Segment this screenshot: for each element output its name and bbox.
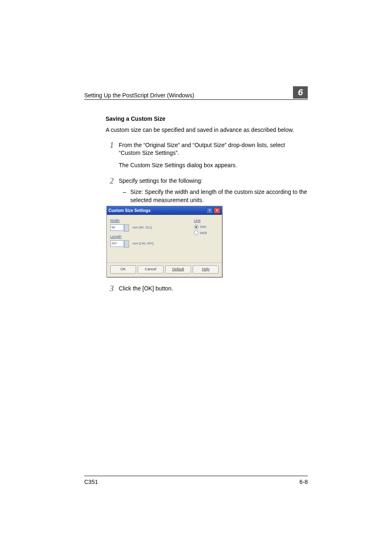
dialog-title: Custom Size Settings xyxy=(108,208,150,214)
help-button[interactable]: Help xyxy=(193,265,219,274)
step-number: 3 xyxy=(93,283,114,294)
width-range: mm [90..311] xyxy=(133,225,152,230)
custom-size-settings-dialog: Custom Size Settings ? × Width 90 mm [90… xyxy=(106,206,222,277)
running-header: Setting Up the PostScript Driver (Window… xyxy=(84,86,308,100)
step-2: 2 Specify settings for the following: Si… xyxy=(106,177,308,277)
step-subtext: The Custom Size Settings dialog box appe… xyxy=(119,161,308,170)
step-bullets: Size: Specify the width and length of th… xyxy=(119,188,308,204)
unit-label: Unit xyxy=(194,218,219,223)
section-heading: Saving a Custom Size xyxy=(106,115,308,122)
length-range: mm [140..457] xyxy=(133,241,154,246)
width-input[interactable]: 90 xyxy=(110,224,124,231)
page-footer: C351 6-8 xyxy=(84,476,308,485)
unit-mm-radio[interactable]: mm xyxy=(194,224,219,230)
step-3: 3 Click the [OK] button. xyxy=(106,285,308,293)
page-content: Saving a Custom Size A custom size can b… xyxy=(84,100,308,292)
unit-mm-label: mm xyxy=(200,224,206,230)
dialog-footer: OK Cancel Default Help xyxy=(107,263,222,277)
length-spinner[interactable] xyxy=(124,240,129,248)
step-text: Specify settings for the following: xyxy=(119,177,203,184)
width-label: Width xyxy=(110,218,194,223)
step-1: 1 From the “Original Size” and “Output S… xyxy=(106,141,308,170)
chapter-number-badge: 6 xyxy=(293,86,308,99)
dialog-titlebar: Custom Size Settings ? × xyxy=(107,206,222,215)
ok-button[interactable]: OK xyxy=(110,265,136,274)
length-input[interactable]: 297 xyxy=(110,240,124,247)
step-number: 1 xyxy=(93,139,114,151)
step-number: 2 xyxy=(93,175,114,187)
help-icon[interactable]: ? xyxy=(206,207,213,214)
unit-inch-radio[interactable]: inch xyxy=(194,230,219,236)
width-spinner[interactable] xyxy=(124,224,129,232)
default-button[interactable]: Default xyxy=(165,265,191,274)
running-title: Setting Up the PostScript Driver (Window… xyxy=(84,92,194,99)
dialog-body: Width 90 mm [90..311] Length 297 mm [140… xyxy=(107,215,222,251)
step-text: Click the [OK] button. xyxy=(119,285,173,292)
cancel-button[interactable]: Cancel xyxy=(138,265,164,274)
close-icon[interactable]: × xyxy=(214,207,220,214)
footer-model: C351 xyxy=(84,479,98,485)
numbered-steps: 1 From the “Original Size” and “Output S… xyxy=(106,141,308,292)
document-page: Setting Up the PostScript Driver (Window… xyxy=(0,0,392,555)
bullet-item: Size: Specify the width and length of th… xyxy=(119,188,308,204)
section-intro: A custom size can be specified and saved… xyxy=(106,126,308,134)
step-text: From the “Original Size” and “Output Siz… xyxy=(119,142,285,157)
footer-page-number: 6-8 xyxy=(300,479,308,485)
length-label: Length xyxy=(110,234,194,240)
unit-inch-label: inch xyxy=(200,230,207,236)
